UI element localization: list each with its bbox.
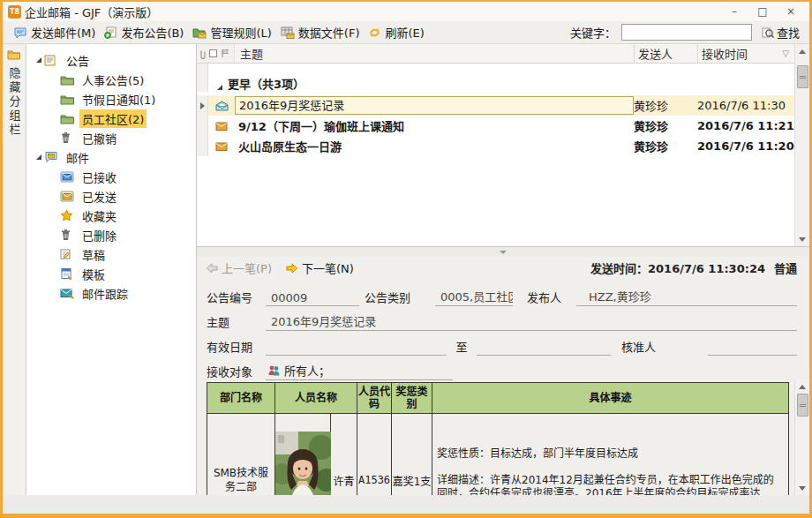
message-list-header: 主题 发送人 接收时间 ▽ bbox=[197, 44, 794, 64]
group-label: 更早（共3项） bbox=[228, 75, 304, 92]
flag-icon[interactable] bbox=[221, 49, 229, 58]
valid-from-value bbox=[266, 354, 447, 356]
valid-date-label: 有效日期 bbox=[207, 338, 266, 355]
scroll-down-icon[interactable] bbox=[795, 481, 810, 495]
column-header-time-label: 接收时间 bbox=[702, 45, 748, 62]
mail-bubble-icon bbox=[44, 151, 59, 164]
sidebar-item-drafts[interactable]: 草稿 bbox=[26, 244, 196, 264]
current-row-arrow-icon bbox=[200, 102, 205, 109]
next-record-button[interactable]: 下一笔(N) bbox=[286, 259, 354, 276]
inbox-icon bbox=[60, 170, 75, 184]
splitter-collapse-icon[interactable] bbox=[500, 251, 507, 254]
send-mail-label: 发送邮件(M) bbox=[31, 24, 95, 41]
refresh-icon bbox=[368, 26, 381, 39]
sidebar-item-favorites[interactable]: 收藏夹 bbox=[26, 206, 196, 225]
sidebar-item-label: 已删除 bbox=[79, 226, 119, 244]
title-bar: T8 企业邮箱 - GJF（演示版） – □ × bbox=[3, 2, 809, 21]
detail-scrollbar[interactable] bbox=[794, 379, 809, 495]
sort-desc-icon[interactable]: ▽ bbox=[782, 49, 789, 58]
announcement-form: 公告编号 00009 公告类别 0005,员工社区 发布人 HZZ,黄珍珍 主题… bbox=[197, 279, 809, 379]
cell-details: 奖惩性质：目标达成，部门半年度目标达成 详细描述：许青从2014年12月起兼任合… bbox=[432, 414, 789, 496]
manage-rules-button[interactable]: 管理规则(L) bbox=[188, 22, 275, 42]
collapse-group-bar[interactable]: 隐藏分组栏 bbox=[3, 44, 26, 495]
announcement-no-label: 公告编号 bbox=[207, 289, 266, 305]
sidebar-item-hr-announcements[interactable]: 人事公告(5) bbox=[26, 70, 196, 89]
minimize-button[interactable]: – bbox=[728, 5, 741, 18]
valid-to-value bbox=[477, 354, 611, 356]
group-expand-icon[interactable] bbox=[217, 85, 222, 90]
sidebar-item-received[interactable]: 已接收 bbox=[26, 167, 196, 186]
recipients-icon bbox=[267, 364, 281, 376]
sidebar-item-label: 公告 bbox=[64, 51, 92, 70]
group-row-earlier[interactable]: 更早（共3项） bbox=[197, 64, 794, 95]
message-row[interactable]: 9/12（下周一）瑜伽班上课通知 黄珍珍 2016/7/6 11:21 bbox=[197, 116, 794, 136]
scroll-down-icon[interactable] bbox=[795, 232, 810, 246]
sidebar-item-announcements[interactable]: 公告 bbox=[26, 50, 196, 70]
send-mail-button[interactable]: 发送邮件(M) bbox=[10, 22, 100, 42]
scroll-up-icon[interactable] bbox=[795, 379, 810, 394]
sidebar-item-label: 已接收 bbox=[79, 168, 119, 186]
message-subject: 2016年9月奖惩记录 bbox=[235, 96, 634, 115]
category-value: 0005,员工社区 bbox=[435, 288, 513, 306]
th-department: 部门名称 bbox=[207, 383, 275, 414]
folder-tree: 公告 人事公告(5) 节假日通知(1) 员工社区(2) 已撤销 邮件 bbox=[26, 44, 197, 495]
message-row[interactable]: 火山岛原生态一日游 黄珍珍 2016/7/6 11:20 bbox=[197, 136, 794, 156]
sidebar-item-mail[interactable]: 邮件 bbox=[26, 147, 196, 167]
expand-icon[interactable] bbox=[34, 57, 44, 63]
employee-photo bbox=[275, 432, 331, 495]
sidebar-item-label: 草稿 bbox=[79, 245, 108, 264]
publisher-label: 发布人 bbox=[513, 289, 576, 305]
close-button[interactable]: × bbox=[785, 5, 797, 18]
message-subject: 火山岛原生态一日游 bbox=[235, 138, 634, 154]
column-header-time[interactable]: 接收时间 ▽ bbox=[697, 44, 794, 63]
column-header-sender[interactable]: 发送人 bbox=[634, 44, 697, 63]
recipient-value: 所有人； bbox=[284, 362, 330, 379]
message-time: 2016/7/6 11:20 bbox=[697, 139, 794, 153]
keyword-input[interactable] bbox=[621, 24, 752, 41]
subject-value: 2016年9月奖惩记录 bbox=[266, 312, 797, 331]
message-row[interactable]: 2016年9月奖惩记录 黄珍珍 2016/7/6 11:30 bbox=[197, 95, 794, 116]
list-scrollbar[interactable] bbox=[794, 44, 809, 246]
app-icon: T8 bbox=[8, 5, 21, 19]
data-file-label: 数据文件(F) bbox=[298, 24, 360, 41]
closed-envelope-icon bbox=[208, 142, 235, 151]
maximize-button[interactable]: □ bbox=[756, 5, 769, 18]
sidebar-item-sent[interactable]: 已发送 bbox=[26, 186, 196, 206]
data-file-icon bbox=[281, 26, 295, 39]
find-label: 查找 bbox=[777, 24, 800, 41]
data-file-button[interactable]: 数据文件(F) bbox=[276, 22, 365, 42]
collapse-bar-label: 隐藏分组栏 bbox=[6, 67, 23, 138]
sidebar-item-employee-community[interactable]: 员工社区(2) bbox=[26, 109, 196, 128]
approver-value bbox=[708, 354, 797, 356]
refresh-button[interactable]: 刷新(E) bbox=[364, 22, 428, 42]
approver-label: 核准人 bbox=[611, 338, 674, 355]
message-sender: 黄珍珍 bbox=[634, 117, 697, 134]
to-label: 至 bbox=[447, 338, 477, 355]
scroll-up-icon[interactable] bbox=[795, 44, 810, 58]
pane-splitter[interactable] bbox=[197, 247, 809, 257]
publish-announcement-icon bbox=[104, 26, 117, 39]
sidebar-item-mail-tracking[interactable]: 邮件跟踪 bbox=[26, 283, 196, 303]
sidebar-item-holiday-notices[interactable]: 节假日通知(1) bbox=[26, 89, 196, 109]
scrollbar-thumb[interactable] bbox=[797, 65, 808, 88]
checkbox-icon[interactable] bbox=[209, 49, 217, 57]
column-header-subject[interactable]: 主题 bbox=[235, 45, 634, 62]
award-table: 部门名称 人员名称 人员代码 奖惩类别 具体事迹 SMB技术服务二部 bbox=[207, 382, 789, 495]
expand-icon[interactable] bbox=[34, 154, 44, 160]
previous-record-button[interactable]: 上一笔(P) bbox=[206, 259, 272, 276]
attachment-icon[interactable] bbox=[199, 49, 206, 59]
scrollbar-thumb[interactable] bbox=[797, 394, 808, 417]
open-envelope-icon bbox=[208, 101, 235, 111]
publisher-value: HZZ,黄珍珍 bbox=[576, 288, 797, 306]
arrow-right-icon bbox=[286, 263, 298, 274]
sent-time: 发送时间：2016/7/6 11:30:24 bbox=[590, 259, 765, 276]
sidebar-item-deleted[interactable]: 已删除 bbox=[26, 225, 196, 244]
priority-badge: 普通 bbox=[774, 259, 797, 276]
sidebar-item-label: 模板 bbox=[79, 265, 108, 283]
sidebar-item-templates[interactable]: 模板 bbox=[26, 264, 196, 283]
message-time: 2016/7/6 11:30 bbox=[697, 99, 794, 112]
sidebar-item-revoked[interactable]: 已撤销 bbox=[26, 128, 196, 147]
find-button[interactable]: 查找 bbox=[759, 22, 802, 42]
trash-icon bbox=[60, 131, 75, 145]
publish-announcement-button[interactable]: 发布公告(B) bbox=[100, 22, 188, 42]
